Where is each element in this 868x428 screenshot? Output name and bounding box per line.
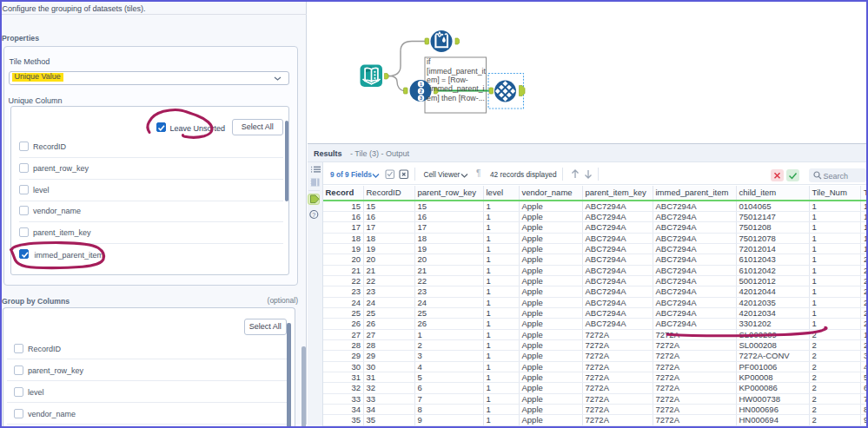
svg-text:?: ? <box>312 212 315 218</box>
svg-text:immed_parent_i: immed_parent_i <box>430 84 485 93</box>
svg-text:em] = [Row-: em] = [Row- <box>427 76 468 84</box>
svg-text:2: 2 <box>420 89 422 94</box>
svg-text:em] then [Row-...: em] then [Row-... <box>427 94 485 102</box>
svg-text:[immed_parent_it: [immed_parent_it <box>427 67 487 76</box>
svg-text:if: if <box>427 57 431 66</box>
svg-text:1: 1 <box>420 82 422 87</box>
svg-text:3: 3 <box>420 95 422 101</box>
